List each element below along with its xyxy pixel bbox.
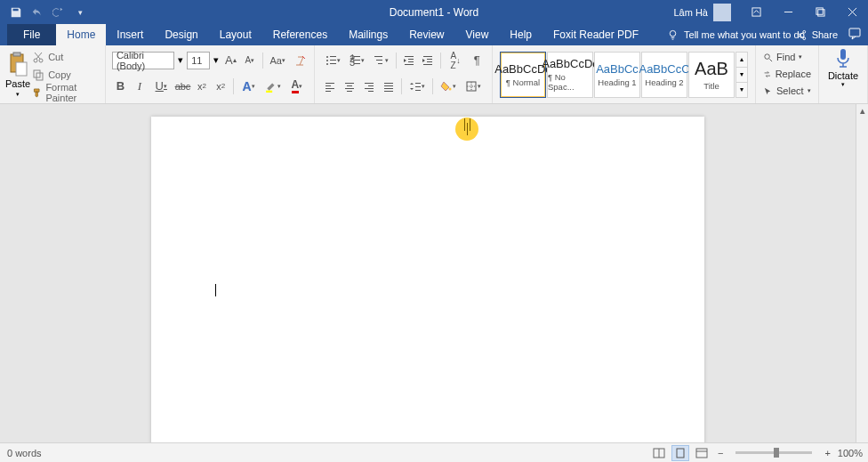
svg-point-20 [326,60,328,61]
text-effects-button[interactable]: A ▾ [237,77,260,95]
feedback-button[interactable] [848,28,861,42]
font-name-combo[interactable]: Calibri (Body) [112,52,174,69]
svg-rect-32 [376,60,382,61]
tab-help[interactable]: Help [499,24,542,45]
style-title[interactable]: AaBTitle [688,52,735,98]
svg-rect-18 [266,90,272,92]
svg-rect-50 [365,83,374,84]
read-mode-button[interactable] [650,445,668,461]
dec-indent-button[interactable] [400,52,417,69]
highlight-button[interactable]: ▾ [261,77,284,95]
align-center-button[interactable] [341,77,358,95]
sort-button[interactable]: AZ↓ [445,52,467,69]
svg-rect-37 [405,64,414,65]
svg-rect-70 [677,449,684,458]
strike-button[interactable]: abc [174,77,191,95]
copy-button[interactable]: Copy [32,67,98,83]
close-button[interactable] [836,0,868,24]
format-painter-button[interactable]: Format Painter [32,85,98,101]
tab-home[interactable]: Home [56,24,106,45]
zoom-slider[interactable] [735,451,812,454]
font-group: Calibri (Body)▾ 11▾ A▴ A▾ Aa ▾ B I U ▾ a… [106,45,316,103]
chevron-down-icon[interactable]: ▾ [213,54,221,66]
ribbon-options-button[interactable] [740,0,772,24]
inc-indent-button[interactable] [419,52,436,69]
maximize-button[interactable] [804,0,836,24]
bullets-button[interactable]: ▾ [321,52,343,69]
shading-button[interactable]: ▾ [437,77,460,95]
justify-button[interactable] [380,77,398,95]
vertical-scrollbar[interactable]: ▴ [856,104,868,442]
svg-point-65 [765,53,770,59]
svg-rect-40 [427,61,432,62]
tab-insert[interactable]: Insert [106,24,154,45]
font-size-combo[interactable]: 11 [187,52,210,69]
style-heading-2[interactable]: AaBbCcCHeading 2 [641,52,687,98]
align-left-button[interactable] [321,77,339,95]
change-case-button[interactable]: Aa ▾ [267,52,289,69]
tab-references[interactable]: References [262,24,338,45]
share-button[interactable]: Share [796,29,838,41]
page[interactable] [151,117,704,442]
undo-button[interactable] [28,4,46,21]
shrink-font-button[interactable]: A▾ [241,52,259,69]
tab-file[interactable]: File [7,24,56,45]
tab-view[interactable]: View [455,24,500,45]
svg-rect-51 [368,85,374,86]
font-color-button[interactable]: A ▾ [285,77,308,95]
multilevel-button[interactable]: ▾ [370,52,392,69]
zoom-in-button[interactable]: + [821,448,833,458]
print-layout-button[interactable] [671,445,689,461]
svg-rect-42 [326,83,334,84]
style--no-spac-[interactable]: AaBbCcDc¶ No Spac... [547,52,593,98]
voice-group: Dictate ▾ [819,45,868,103]
select-button[interactable]: Select ▾ [763,83,811,99]
mouse-highlight [455,118,478,141]
bold-button[interactable]: B [112,77,129,95]
style-heading-1[interactable]: AaBbCcHeading 1 [594,52,640,98]
grow-font-button[interactable]: A▴ [222,52,240,69]
svg-rect-39 [427,59,432,60]
scroll-up-button[interactable]: ▴ [856,104,868,117]
paste-button[interactable]: Paste ▾ [5,47,30,102]
borders-button[interactable]: ▾ [462,77,485,95]
find-button[interactable]: Find ▾ [763,49,811,65]
word-count[interactable]: 0 words [7,448,42,458]
tab-design[interactable]: Design [154,24,208,45]
chevron-down-icon[interactable]: ▾ [178,54,185,66]
italic-button[interactable]: I [131,77,148,95]
tab-layout[interactable]: Layout [209,24,262,45]
tab-review[interactable]: Review [398,24,454,45]
save-button[interactable] [7,4,25,21]
zoom-level[interactable]: 100% [838,448,863,458]
style--normal[interactable]: AaBbCcDc¶ Normal [500,52,546,98]
zoom-out-button[interactable]: − [714,448,727,458]
clear-format-button[interactable] [291,52,309,69]
subscript-button[interactable]: x2 [193,77,210,95]
cut-button[interactable]: Cut [32,49,98,65]
web-layout-button[interactable] [693,445,711,461]
underline-button[interactable]: U ▾ [150,77,173,95]
svg-rect-71 [696,449,707,458]
tell-me-search[interactable]: Tell me what you want to do [667,29,805,41]
align-right-button[interactable] [360,77,378,95]
show-marks-button[interactable]: ¶ [469,52,486,69]
styles-more-button[interactable]: ▴▾▾ [735,52,748,98]
svg-rect-28 [354,56,360,57]
line-spacing-button[interactable]: ▾ [406,77,429,95]
replace-button[interactable]: Replace [763,66,811,82]
lightbulb-icon [667,29,679,41]
ribbon: Paste ▾ Cut Copy Format Painter Calibri … [0,45,868,104]
tab-foxit[interactable]: Foxit Reader PDF [542,24,649,45]
tab-mailings[interactable]: Mailings [338,24,398,45]
dictate-button[interactable]: Dictate ▾ [823,47,864,88]
svg-rect-44 [326,88,334,89]
superscript-button[interactable]: x2 [213,77,229,95]
numbering-button[interactable]: 123▾ [346,52,368,69]
qat-customize-button[interactable]: ▾ [71,4,89,21]
svg-rect-56 [384,88,393,89]
svg-point-15 [39,59,43,62]
redo-button[interactable] [50,4,68,21]
minimize-button[interactable] [772,0,804,24]
user-account[interactable]: Lâm Hà [673,4,731,21]
